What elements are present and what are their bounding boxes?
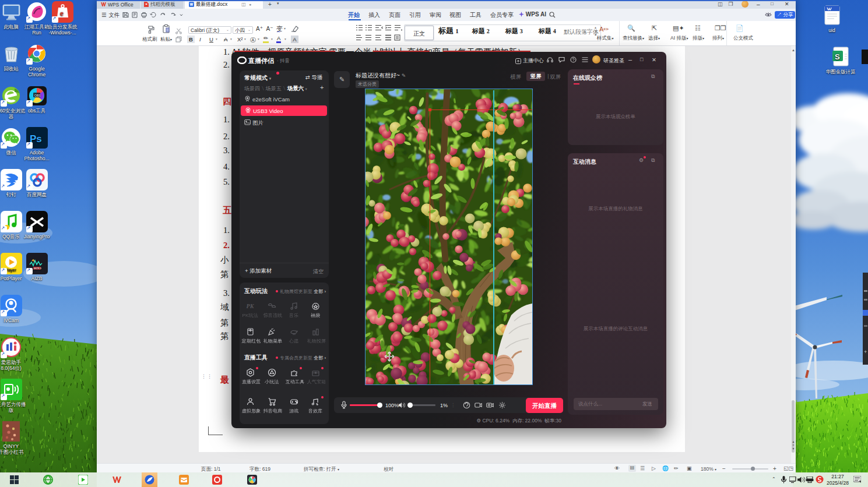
svg-text:OBS: OBS — [34, 94, 41, 97]
svg-text:变: 变 — [276, 25, 283, 32]
svg-text:S: S — [835, 52, 840, 61]
svg-text:AIZB-3: AIZB-3 — [34, 267, 41, 270]
svg-text:e: e — [60, 9, 64, 17]
